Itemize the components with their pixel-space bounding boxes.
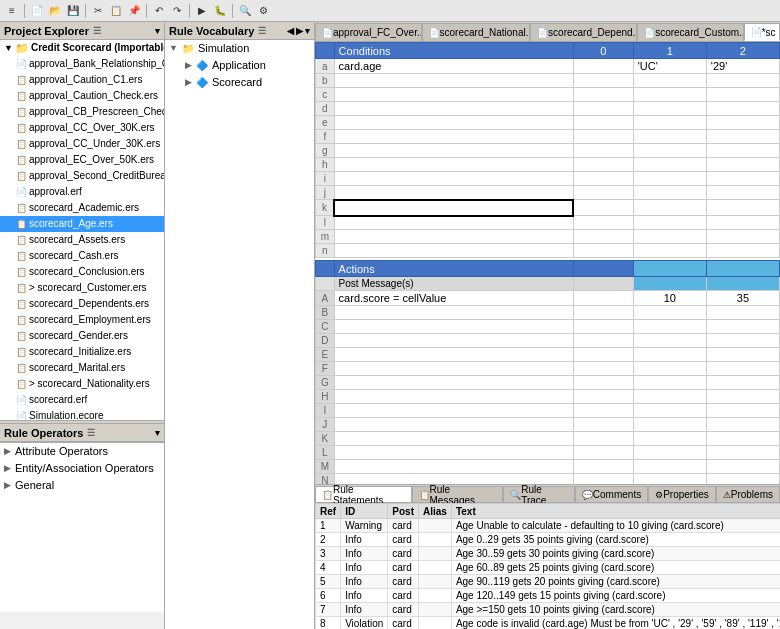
cell-e-0[interactable] — [573, 116, 633, 130]
cell-D-action[interactable] — [334, 334, 573, 348]
cell-e-cond[interactable] — [334, 116, 573, 130]
tab-problems[interactable]: ⚠ Problems — [716, 486, 780, 502]
cell-a-0[interactable] — [573, 59, 633, 74]
cell-i-0[interactable] — [573, 172, 633, 186]
cell-F-1[interactable] — [633, 362, 706, 376]
cell-f-cond[interactable] — [334, 130, 573, 144]
cell-F-2[interactable] — [706, 362, 779, 376]
cell-h-0[interactable] — [573, 158, 633, 172]
cell-n-1[interactable] — [633, 244, 706, 258]
debug-icon[interactable]: 🐛 — [212, 3, 228, 19]
tree-item-approval-erf[interactable]: 📄 approval.erf — [0, 184, 164, 200]
op-item-general[interactable]: ▶ General — [0, 477, 164, 494]
cell-K-1[interactable] — [633, 432, 706, 446]
cell-H-0[interactable] — [573, 390, 633, 404]
cell-C-1[interactable] — [633, 320, 706, 334]
cut-icon[interactable]: ✂ — [90, 3, 106, 19]
save-icon[interactable]: 💾 — [65, 3, 81, 19]
cell-g-2[interactable] — [706, 144, 779, 158]
cell-a-1[interactable]: 'UC' — [633, 59, 706, 74]
cell-b-cond[interactable] — [334, 74, 573, 88]
op-item-entity[interactable]: ▶ Entity/Association Operators — [0, 460, 164, 477]
op-item-attribute[interactable]: ▶ Attribute Operators — [0, 443, 164, 460]
cell-G-1[interactable] — [633, 376, 706, 390]
cell-d-2[interactable] — [706, 102, 779, 116]
cell-I-1[interactable] — [633, 404, 706, 418]
tree-item-caution-check[interactable]: 📋 approval_Caution_Check.ers — [0, 88, 164, 104]
tree-item-cc-under-30k[interactable]: 📋 approval_CC_Under_30K.ers — [0, 136, 164, 152]
cell-I-2[interactable] — [706, 404, 779, 418]
cell-I-action[interactable] — [334, 404, 573, 418]
cell-n-2[interactable] — [706, 244, 779, 258]
tree-item-employment[interactable]: 📋 scorecard_Employment.ers — [0, 312, 164, 328]
cell-H-action[interactable] — [334, 390, 573, 404]
tab-sc-active[interactable]: 📄 *sc — [744, 23, 780, 41]
cell-M-1[interactable] — [633, 460, 706, 474]
cell-B-0[interactable] — [573, 306, 633, 320]
cell-F-0[interactable] — [573, 362, 633, 376]
cell-K-2[interactable] — [706, 432, 779, 446]
cell-G-action[interactable] — [334, 376, 573, 390]
statements-scroll[interactable]: Ref ID Post Alias Text 1 Warning card Ag… — [315, 503, 780, 629]
cell-a-cond[interactable]: card.age — [334, 59, 573, 74]
menu-icon[interactable]: ≡ — [4, 3, 20, 19]
tree-item-ec-over-50k[interactable]: 📋 approval_EC_Over_50K.ers — [0, 152, 164, 168]
tab-approval-fc[interactable]: 📄 approval_FC_Over... — [315, 23, 422, 41]
cell-e-1[interactable] — [633, 116, 706, 130]
cell-C-0[interactable] — [573, 320, 633, 334]
cell-n-cond[interactable] — [334, 244, 573, 258]
cell-c-0[interactable] — [573, 88, 633, 102]
cell-g-cond[interactable] — [334, 144, 573, 158]
cell-m-0[interactable] — [573, 230, 633, 244]
cell-n-0[interactable] — [573, 244, 633, 258]
cell-H-1[interactable] — [633, 390, 706, 404]
tab-rule-statements[interactable]: 📋 Rule Statements — [315, 486, 412, 502]
tree-item-scorecard-erf[interactable]: 📄 scorecard.erf — [0, 392, 164, 408]
cell-L-1[interactable] — [633, 446, 706, 460]
vocab-application-item[interactable]: ▶ 🔷 Application — [165, 57, 314, 74]
tree-item-academic[interactable]: 📋 scorecard_Academic.ers — [0, 200, 164, 216]
cell-C-2[interactable] — [706, 320, 779, 334]
cell-K-0[interactable] — [573, 432, 633, 446]
project-tree[interactable]: ▼ 📁 Credit Scorecard (Importable-Ru 📄 ap… — [0, 40, 164, 420]
cell-f-0[interactable] — [573, 130, 633, 144]
cell-h-1[interactable] — [633, 158, 706, 172]
tab-scorecard-national[interactable]: 📄 scorecard_National... — [422, 23, 531, 41]
cell-L-2[interactable] — [706, 446, 779, 460]
cell-D-1[interactable] — [633, 334, 706, 348]
copy-icon[interactable]: 📋 — [108, 3, 124, 19]
tree-item-nationality[interactable]: 📋 > scorecard_Nationality.ers — [0, 376, 164, 392]
tab-scorecard-custom[interactable]: 📄 scorecard_Custom... — [637, 23, 744, 41]
tab-scorecard-depend[interactable]: 📄 scorecard_Depend... — [530, 23, 637, 41]
cell-j-cond[interactable] — [334, 186, 573, 200]
cell-J-1[interactable] — [633, 418, 706, 432]
tree-item-initialize[interactable]: 📋 scorecard_Initialize.ers — [0, 344, 164, 360]
tab-comments[interactable]: 💬 Comments — [575, 486, 648, 502]
cell-e-2[interactable] — [706, 116, 779, 130]
cell-a-2[interactable]: '29' — [706, 59, 779, 74]
cell-M-action[interactable] — [334, 460, 573, 474]
undo-icon[interactable]: ↶ — [151, 3, 167, 19]
paste-icon[interactable]: 📌 — [126, 3, 142, 19]
cell-c-cond[interactable] — [334, 88, 573, 102]
tree-item-cb-prescreen[interactable]: 📋 approval_CB_Prescreen_Check.e — [0, 104, 164, 120]
settings-icon[interactable]: ⚙ — [255, 3, 271, 19]
cell-J-action[interactable] — [334, 418, 573, 432]
cell-j-2[interactable] — [706, 186, 779, 200]
cell-N-2[interactable] — [706, 474, 779, 485]
cell-m-1[interactable] — [633, 230, 706, 244]
cell-L-action[interactable] — [334, 446, 573, 460]
tree-item-dependents[interactable]: 📋 scorecard_Dependents.ers — [0, 296, 164, 312]
cell-E-1[interactable] — [633, 348, 706, 362]
grid-scroll-area[interactable]: Conditions 0 1 2 a card.age 'UC' '29' — [315, 42, 780, 484]
tab-properties[interactable]: ⚙ Properties — [648, 486, 716, 502]
tree-item-cc-over-30k[interactable]: 📋 approval_CC_Over_30K.ers — [0, 120, 164, 136]
cell-A-action[interactable]: card.score = cellValue — [334, 291, 573, 306]
cell-b-2[interactable] — [706, 74, 779, 88]
cell-h-cond[interactable] — [334, 158, 573, 172]
cell-k-2[interactable] — [706, 200, 779, 216]
tree-item-customer[interactable]: 📋 > scorecard_Customer.ers — [0, 280, 164, 296]
rule-operators-menu-icon[interactable]: ▾ — [155, 428, 160, 438]
cell-J-2[interactable] — [706, 418, 779, 432]
cell-h-2[interactable] — [706, 158, 779, 172]
